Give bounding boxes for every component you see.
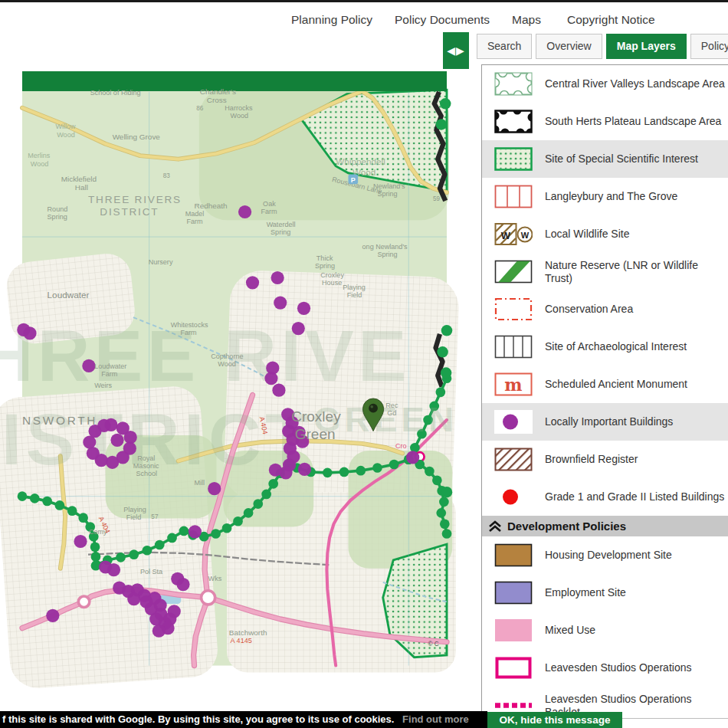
svg-text:Royal: Royal — [137, 454, 155, 462]
swatch-green-diagonal-icon — [494, 260, 533, 284]
svg-text:Spring: Spring — [48, 213, 67, 221]
swatch-grid-red-icon — [494, 185, 533, 208]
svg-text:Green: Green — [295, 426, 336, 442]
layers-panel: SearchOverviewMap LayersPolicy in Centra… — [469, 31, 728, 728]
svg-text:Redheath: Redheath — [194, 202, 227, 210]
svg-text:Thick: Thick — [316, 254, 333, 262]
svg-text:Cro: Cro — [395, 442, 407, 450]
swatch-wildlife-icon: W W — [494, 222, 533, 246]
app: Planning PolicyPolicy DocumentsMapsCopyr… — [0, 0, 728, 728]
layer-row-south-herts-plateau-landscape-area[interactable]: South Herts Plateau Landscape Area — [482, 103, 728, 140]
svg-text:Mill: Mill — [194, 479, 205, 487]
layer-row-langleybury-and-the-grove[interactable]: Langleybury and The Grove — [482, 178, 728, 215]
collapse-expand-arrows-icon: ◀▶ — [447, 44, 465, 57]
svg-text:Loudwater: Loudwater — [48, 290, 90, 300]
svg-text:W: W — [521, 231, 530, 240]
svg-text:Weirs: Weirs — [94, 382, 112, 389]
tab-search[interactable]: Search — [477, 34, 532, 59]
layer-label: Langleybury and The Grove — [545, 190, 680, 202]
svg-text:Waterdell: Waterdell — [267, 221, 296, 228]
svg-text:Gd: Gd — [387, 409, 396, 417]
layer-label: Local Wildlife Site — [545, 228, 633, 240]
swatch-fill-pink-icon — [494, 618, 533, 642]
layer-row-housing-development-site[interactable]: Housing Development Site — [482, 536, 728, 574]
layer-row-employment-site[interactable]: Employment Site — [482, 574, 728, 612]
panel-toggle-button[interactable]: ◀▶ — [443, 32, 469, 69]
nav-copyright-notice[interactable]: Copyright Notice — [567, 13, 655, 27]
layer-row-mixed-use[interactable]: Mixed Use — [482, 612, 728, 649]
svg-text:Loudwater: Loudwater — [94, 362, 126, 370]
svg-text:Wks: Wks — [208, 575, 222, 582]
collapse-chevrons-icon — [487, 520, 503, 533]
section-label: Development Policies — [507, 520, 626, 533]
svg-text:Farm: Farm — [101, 370, 117, 378]
layer-label: Site of Special Scientific Interest — [545, 152, 701, 165]
svg-text:THREE RIVERS: THREE RIVERS — [88, 194, 182, 205]
svg-text:Wood: Wood — [218, 360, 235, 368]
layer-row-grade-1-and-grade-ii-listed-buildings[interactable]: Grade 1 and Grade II Listed Buildings — [482, 478, 728, 516]
layer-label: Scheduled Ancient Monument — [545, 378, 690, 390]
svg-text:Harrocks: Harrocks — [225, 104, 253, 112]
section-header-development-policies[interactable]: Development Policies — [482, 516, 728, 536]
svg-text:Wood: Wood — [57, 131, 74, 139]
svg-text:ong Newland's: ong Newland's — [362, 243, 408, 251]
cookie-ok-button[interactable]: OK, hide this message — [487, 712, 622, 728]
swatch-edge-circles-black-icon — [494, 110, 533, 133]
svg-text:Micklefield: Micklefield — [61, 175, 97, 183]
svg-text:School: School — [136, 470, 157, 477]
cookie-bar: f this site is shared with Google. By us… — [0, 711, 487, 728]
layer-list: Central River Valleys Landscape AreaSout… — [481, 64, 728, 726]
svg-text:Hall: Hall — [75, 183, 88, 192]
swatch-fill-lavender-icon — [494, 581, 533, 605]
map-canvas[interactable]: HREE RIVEISTRICTGREENTHREE RIVERSDISTRIC… — [0, 69, 469, 728]
svg-text:83: 83 — [163, 172, 171, 179]
layer-row-locally-important-buildings[interactable]: Locally Important Buildings — [482, 403, 728, 441]
svg-text:Merlins: Merlins — [28, 152, 51, 159]
layer-row-brownfield-register[interactable]: Brownfield Register — [482, 441, 728, 478]
nav-policy-documents[interactable]: Policy Documents — [395, 13, 490, 27]
layer-label: Leavesden Studios Operations — [545, 661, 694, 674]
find-out-more-link[interactable]: Find out more — [402, 713, 469, 725]
svg-text:DISTRICT: DISTRICT — [100, 206, 159, 218]
svg-text:Spring: Spring — [377, 251, 397, 258]
layer-row-central-river-valleys-landscape-area[interactable]: Central River Valleys Landscape Area — [482, 65, 728, 103]
layer-row-site-of-special-scientific-interest[interactable]: Site of Special Scientific Interest — [482, 140, 728, 178]
svg-text:Chandler's: Chandler's — [200, 87, 236, 96]
svg-text:Field: Field — [126, 513, 142, 521]
swatch-dots-green-icon — [494, 147, 533, 171]
layer-label: Mixed Use — [545, 624, 598, 636]
layer-row-leavesden-studios-operations[interactable]: Leavesden Studios Operations — [482, 649, 728, 687]
layer-row-nature-reserve-lnr-or-wildlife-trust[interactable]: Nature Reserve (LNR or Wildlife Trust) — [482, 253, 728, 290]
swatch-outline-magenta-icon — [494, 656, 533, 680]
swatch-fill-brown-icon — [494, 543, 533, 567]
layer-row-local-wildlife-site[interactable]: W WLocal Wildlife Site — [482, 215, 728, 253]
layer-label: Employment Site — [545, 586, 629, 598]
layer-label: Brownfield Register — [545, 453, 641, 465]
layer-row-site-of-archaeological-interest[interactable]: Site of Archaeological Interest — [482, 328, 728, 366]
svg-text:Playing: Playing — [343, 284, 366, 291]
nav-maps[interactable]: Maps — [512, 13, 541, 27]
svg-text:W: W — [501, 230, 511, 241]
panel-divider — [622, 718, 728, 719]
nav-planning-policy[interactable]: Planning Policy — [291, 13, 372, 27]
svg-text:Rec: Rec — [385, 402, 398, 409]
layer-label: South Herts Plateau Landscape Area — [545, 115, 724, 127]
tab-policy-in[interactable]: Policy in — [690, 34, 728, 59]
svg-text:Madel: Madel — [185, 210, 205, 218]
swatch-monument-icon: m — [494, 372, 533, 396]
layer-label: Conservation Area — [545, 303, 636, 315]
swatch-edge-circles-green-icon — [494, 72, 533, 96]
svg-text:Cross: Cross — [207, 96, 227, 104]
svg-text:Farm: Farm — [261, 208, 277, 215]
layer-label: Housing Development Site — [545, 549, 675, 561]
layer-row-conservation-area[interactable]: Conservation Area — [482, 290, 728, 328]
svg-text:Spring: Spring — [271, 228, 290, 236]
svg-text:Willow: Willow — [55, 123, 76, 130]
svg-text:Field: Field — [347, 291, 362, 299]
layer-row-scheduled-ancient-monument[interactable]: mScheduled Ancient Monument — [482, 366, 728, 403]
tab-map-layers[interactable]: Map Layers — [606, 34, 687, 59]
layer-label: Site of Archaeological Interest — [545, 340, 690, 353]
svg-text:Croxley: Croxley — [320, 271, 344, 279]
svg-text:Round: Round — [48, 205, 68, 213]
tab-overview[interactable]: Overview — [536, 34, 602, 59]
